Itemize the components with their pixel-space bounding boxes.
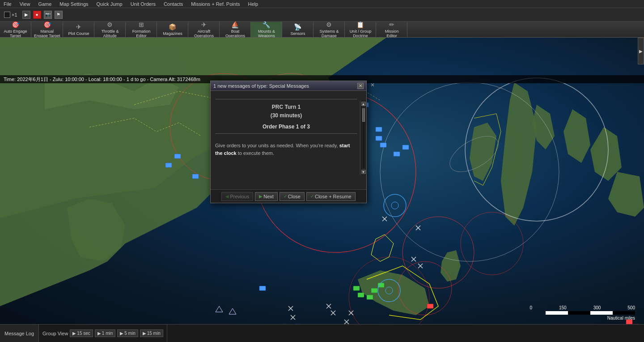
mission-editor-icon: ✏ [389, 21, 394, 28]
flag-icon[interactable]: ⚑ [55, 11, 63, 19]
sensors-button[interactable]: 📡 Sensors [282, 22, 314, 37]
stop-button[interactable]: ● [33, 11, 41, 19]
manual-engage-icon: 🎯 [43, 21, 51, 28]
dialog-scrollbar[interactable]: ▲ ▼ [360, 101, 366, 175]
formation-label: FormationEditor [132, 29, 151, 38]
time-15min-button[interactable]: ▶ 15 min [140, 329, 163, 337]
dialog-turn-line2: (30 minutes) [271, 112, 302, 119]
scale-seg-2 [568, 311, 590, 315]
aircraft-ops-icon: ✈ [201, 21, 207, 28]
special-message-dialog[interactable]: 1 new messages of type: Special Messages… [210, 81, 367, 203]
menu-game[interactable]: Game [36, 1, 53, 7]
sensors-icon: 📡 [294, 23, 301, 30]
bottom-bar: Message Log Group View ▶ 15 sec ▶ 1 min … [0, 324, 644, 342]
svg-marker-74 [229, 308, 236, 314]
menu-unit-orders[interactable]: Unit Orders [129, 1, 157, 7]
scale-line [546, 311, 635, 315]
time-controls: Group View ▶ 15 sec ▶ 1 min ▶ 5 min ▶ 15… [39, 325, 167, 342]
svg-point-77 [391, 202, 398, 209]
scale-seg-4 [613, 311, 635, 315]
auto-checkbox[interactable]: ×1 [2, 10, 20, 19]
mission-editor-button[interactable]: ✏ MissionEditor [376, 22, 407, 37]
scroll-track[interactable] [362, 107, 365, 169]
close-button[interactable]: ✓ Close [280, 192, 305, 201]
controls-bar: ×1 ▶ ● 📷 ⚑ [0, 8, 644, 21]
menu-file[interactable]: File [2, 1, 13, 7]
auto-engage-label: Auto EngageTarget [4, 29, 27, 38]
time-15sec-button[interactable]: ▶ 15 sec [70, 329, 93, 337]
svg-rect-44 [371, 288, 377, 293]
play-button[interactable]: ▶ [22, 11, 30, 19]
time-15sec-label: 15 sec [77, 331, 90, 336]
close-check-icon: ✓ [284, 194, 287, 199]
boat-ops-button[interactable]: ⛵ BoatOperations [220, 22, 251, 37]
scroll-down-arrow[interactable]: ▼ [361, 170, 366, 174]
formation-button[interactable]: ⊞ FormationEditor [126, 22, 157, 37]
svg-rect-34 [402, 145, 409, 150]
auto-checkbox-box[interactable] [4, 12, 10, 18]
svg-point-76 [384, 194, 406, 217]
svg-rect-46 [367, 295, 373, 299]
group-view-label: Group View [42, 331, 68, 336]
dialog-turn-line1: PRC Turn 1 [272, 104, 301, 110]
mission-editor-label: MissionEditor [385, 29, 399, 38]
mounts-weapons-button[interactable]: 🔧 Mounts &Weapons [251, 22, 282, 37]
menu-help[interactable]: Help [246, 1, 260, 7]
boat-ops-label: BoatOperations [225, 29, 245, 38]
time-1min-play-icon: ▶ [97, 331, 101, 336]
time-1min-button[interactable]: ▶ 1 min [95, 329, 115, 337]
scale-unit-label: Nautical miles [607, 316, 635, 321]
systems-damage-button[interactable]: ⚙ Systems &Damage [314, 22, 345, 37]
camera-icon[interactable]: 📷 [44, 11, 52, 19]
formation-icon: ⊞ [139, 21, 144, 28]
toolbar: 🎯 Auto EngageTarget 🎯 ManualEngage Targe… [0, 21, 644, 38]
svg-rect-32 [376, 127, 382, 132]
svg-point-3 [402, 217, 474, 288]
sidebar-toggle-button[interactable]: ▶ [638, 38, 644, 64]
magazines-button[interactable]: 📦 Magazines [157, 22, 188, 37]
dialog-close-button[interactable]: ✕ [357, 83, 364, 89]
message-log-button[interactable]: Message Log [0, 325, 39, 342]
svg-rect-38 [192, 174, 199, 179]
time-5min-button[interactable]: ▶ 5 min [117, 329, 138, 337]
svg-rect-39 [259, 286, 266, 291]
dialog-body-text-after-bold: to execute them. [237, 150, 274, 156]
throttle-label: Throttle &Altitude [101, 29, 119, 38]
boat-ops-icon: ⛵ [231, 21, 239, 28]
scroll-thumb[interactable] [362, 108, 365, 122]
previous-button[interactable]: ◀ Previous [221, 192, 253, 201]
next-button[interactable]: ▶ Next [255, 192, 278, 201]
scale-seg-3 [590, 311, 613, 315]
svg-rect-31 [376, 136, 382, 141]
systems-damage-icon: ⚙ [326, 21, 332, 28]
unit-group-doctrine-button[interactable]: 📋 Unit / GroupDoctrine [345, 22, 376, 37]
plot-course-button[interactable]: ✈ Plot Course [63, 22, 94, 37]
plot-course-icon: ✈ [76, 23, 81, 30]
close-resume-icon: ✓ [310, 194, 314, 199]
svg-rect-36 [174, 154, 181, 158]
aircraft-ops-button[interactable]: ✈ AircraftOperations [188, 22, 220, 37]
time-1min-label: 1 min [102, 331, 113, 336]
status-text: Time: 2022年6月1日 - Zulu: 10:00:00 - Local… [4, 76, 200, 83]
manual-engage-button[interactable]: 🎯 ManualEngage Target [31, 22, 63, 37]
menu-view[interactable]: View [18, 1, 32, 7]
scroll-up-arrow[interactable]: ▲ [361, 102, 366, 106]
svg-rect-37 [165, 163, 172, 167]
auto-engage-button[interactable]: 🎯 Auto EngageTarget [0, 22, 31, 37]
scale-label-500: 500 [627, 305, 635, 310]
menu-contacts[interactable]: Contacts [162, 1, 185, 7]
time-5min-play-icon: ▶ [120, 331, 123, 336]
svg-rect-35 [394, 152, 400, 156]
auto-label: ×1 [12, 12, 17, 17]
magazines-icon: 📦 [169, 23, 176, 30]
time-5min-label: 5 min [124, 331, 135, 336]
next-label: Next [263, 194, 274, 199]
menu-missions[interactable]: Missions + Ref. Points [189, 1, 242, 7]
throttle-button[interactable]: ⚙ Throttle &Altitude [94, 22, 126, 37]
menu-quick-jump[interactable]: Quick Jump [95, 1, 124, 7]
time-15sec-play-icon: ▶ [72, 331, 76, 336]
dialog-titlebar: 1 new messages of type: Special Messages… [211, 81, 366, 91]
close-resume-button[interactable]: ✓ Close + Resume [306, 192, 356, 201]
unit-group-doctrine-label: Unit / GroupDoctrine [350, 29, 372, 38]
menu-map-settings[interactable]: Map Settings [58, 1, 90, 7]
